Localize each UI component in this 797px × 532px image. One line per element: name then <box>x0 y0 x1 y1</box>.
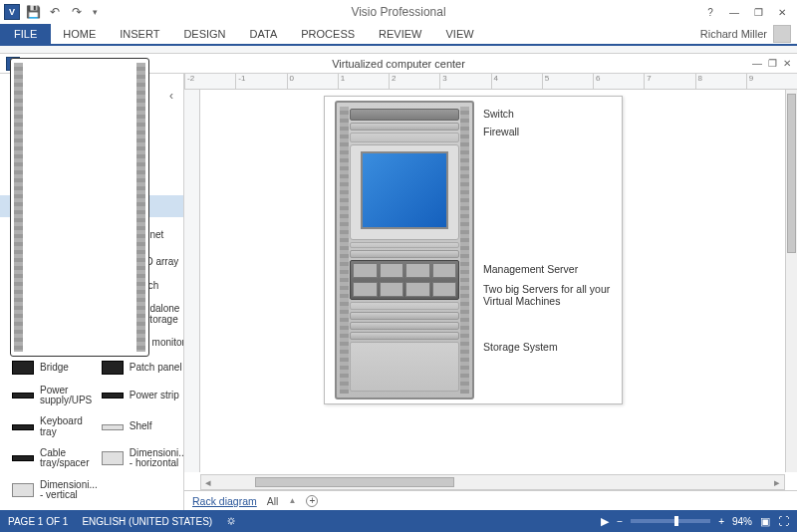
ribbon-body <box>0 46 797 54</box>
document-window: V Virtualized computer center — ❐ ✕ Shap… <box>0 54 797 510</box>
tab-home[interactable]: HOME <box>51 24 108 44</box>
shape-icon <box>10 217 149 357</box>
storage-shape-3[interactable] <box>350 332 459 340</box>
shape-icon <box>12 361 34 375</box>
shape-icon <box>102 361 124 375</box>
storage-shape-2[interactable] <box>350 322 459 330</box>
shape-item[interactable]: Bridge <box>10 358 100 378</box>
shape-label: Keyboard tray <box>40 416 98 437</box>
shape-icon <box>102 424 124 430</box>
label-switch[interactable]: Switch <box>483 108 514 120</box>
shape-label: Patch panel <box>130 363 182 374</box>
label-mgmt-server[interactable]: Management Server <box>483 263 578 275</box>
shape-item[interactable]: Shelf <box>100 418 183 435</box>
switch-shape[interactable] <box>350 109 459 121</box>
shape-item[interactable]: Dimensioni... - horizontal <box>100 445 183 472</box>
app-titlebar: V 💾 ↶ ↷ ▾ Visio Professional ? — ❐ ✕ <box>0 0 797 24</box>
ruler-vertical <box>184 90 200 472</box>
avatar[interactable] <box>773 25 791 43</box>
shape-label: Shelf <box>130 421 152 432</box>
blank-panel[interactable] <box>350 342 459 392</box>
shapes-pane: Shapes ‹ STENCILS | SEARCH More Shapes Q… <box>0 74 184 510</box>
horizontal-scrollbar[interactable]: ◂ ▸ <box>200 474 785 490</box>
ribbon-tabstrip: FILE HOME INSERT DESIGN DATA PROCESS REV… <box>0 24 797 46</box>
qat-redo-button[interactable]: ↷ <box>68 3 86 21</box>
presentation-mode-icon[interactable]: ▶ <box>601 515 609 528</box>
sheet-tab-rack[interactable]: Rack diagram <box>192 495 257 507</box>
label-firewall[interactable]: Firewall <box>483 126 519 137</box>
tab-file[interactable]: FILE <box>0 24 51 44</box>
firewall-shape[interactable] <box>350 123 459 131</box>
shape-label: Dimensioni... - vertical <box>40 480 98 501</box>
help-button[interactable]: ? <box>699 2 721 22</box>
tab-view[interactable]: VIEW <box>433 24 485 44</box>
window-restore-button[interactable]: ❐ <box>747 2 769 22</box>
management-server-shape[interactable] <box>350 250 459 258</box>
vm-servers-shape[interactable] <box>350 260 459 300</box>
canvas-area[interactable]: -2-10123456789 <box>184 74 797 510</box>
shape-label: Dimensioni... - horizontal <box>130 448 183 469</box>
sheet-tab-all[interactable]: All <box>267 495 279 507</box>
tab-process[interactable]: PROCESS <box>289 24 367 44</box>
shape-label: Bridge <box>40 363 69 374</box>
qat-undo-button[interactable]: ↶ <box>46 3 64 21</box>
zoom-out-button[interactable]: − <box>617 516 623 527</box>
doc-minimize-button[interactable]: — <box>752 58 762 69</box>
rack-shape[interactable] <box>335 101 474 399</box>
shape-icon <box>12 393 34 399</box>
shape-icon <box>102 393 124 399</box>
tab-review[interactable]: REVIEW <box>367 24 433 44</box>
qat-save-button[interactable]: 💾 <box>24 3 42 21</box>
tab-design[interactable]: DESIGN <box>171 24 237 44</box>
vertical-scrollbar[interactable] <box>785 90 797 472</box>
shape-label: Power strip <box>130 391 179 401</box>
full-screen-icon[interactable]: ⛶ <box>778 515 789 527</box>
macro-icon[interactable]: ⛭ <box>226 515 237 527</box>
lcd-monitor-shape[interactable] <box>350 144 459 240</box>
window-close-button[interactable]: ✕ <box>771 2 793 22</box>
shape-icon <box>12 424 34 430</box>
shape-item[interactable]: Power strip <box>100 388 183 404</box>
zoom-in-button[interactable]: + <box>718 516 724 527</box>
blank-panel[interactable] <box>350 302 459 310</box>
app-title: Visio Professional <box>0 5 797 19</box>
new-sheet-button[interactable]: + <box>306 495 318 507</box>
shape-icon <box>102 451 124 465</box>
window-minimize-button[interactable]: — <box>723 2 745 22</box>
zoom-slider[interactable] <box>631 519 710 523</box>
shape-label: Power supply/UPS <box>40 386 98 406</box>
tab-data[interactable]: DATA <box>238 24 290 44</box>
stencil-grid: RackCabinetServerRAID arrayRouter 1Switc… <box>0 217 183 510</box>
collapse-shapes-button[interactable]: ‹ <box>169 89 173 103</box>
label-storage[interactable]: Storage System <box>483 341 558 353</box>
shape-icon <box>12 483 34 497</box>
shape-item[interactable]: Power supply/UPS <box>10 383 100 409</box>
sheet-tabs: Rack diagram All ▲ + <box>184 490 797 510</box>
doc-restore-button[interactable]: ❐ <box>768 58 777 69</box>
ruler-horizontal: -2-10123456789 <box>184 74 797 90</box>
doc-close-button[interactable]: ✕ <box>783 58 791 69</box>
shape-item[interactable]: Cable tray/spacer <box>10 445 100 472</box>
zoom-level[interactable]: 94% <box>732 516 752 527</box>
drawing-page[interactable] <box>324 96 623 404</box>
storage-shape-1[interactable] <box>350 312 459 320</box>
qat-customize-button[interactable]: ▾ <box>90 7 101 17</box>
sheet-arrow-icon[interactable]: ▲ <box>288 496 296 505</box>
label-vm-servers[interactable]: Two big Servers for all your Virtual Mac… <box>483 283 623 307</box>
blank-panel[interactable] <box>350 242 459 248</box>
blank-panel[interactable] <box>350 133 459 142</box>
shape-icon <box>12 455 34 461</box>
shape-item[interactable]: Keyboard tray <box>10 413 100 440</box>
tab-insert[interactable]: INSERT <box>108 24 171 44</box>
status-page[interactable]: PAGE 1 OF 1 <box>8 516 68 527</box>
shape-item[interactable]: Dimensioni... - vertical <box>10 477 100 504</box>
app-icon: V <box>4 4 20 20</box>
shape-label: Cable tray/spacer <box>40 448 98 469</box>
shape-item[interactable]: Rack <box>10 227 100 244</box>
fit-page-icon[interactable]: ▣ <box>760 515 770 528</box>
user-name[interactable]: Richard Miller <box>700 28 767 40</box>
status-language[interactable]: ENGLISH (UNITED STATES) <box>82 516 212 527</box>
statusbar: PAGE 1 OF 1 ENGLISH (UNITED STATES) ⛭ ▶ … <box>0 510 797 532</box>
shape-item[interactable]: Patch panel <box>100 358 183 378</box>
